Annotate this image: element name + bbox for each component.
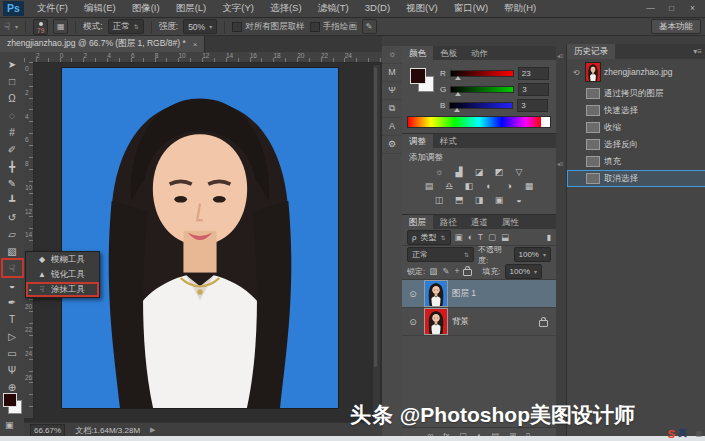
panel-collapse-handle[interactable]: ◂≡ — [557, 52, 565, 59]
history-step-4[interactable]: 选择反向 — [567, 136, 705, 153]
layer-comps-dock-icon[interactable]: ⧉ — [382, 100, 402, 118]
gradient-tool[interactable]: ▧ — [0, 243, 24, 260]
menu-item-5[interactable]: 选择(S) — [262, 2, 310, 13]
pen-tool[interactable]: ✒ — [0, 294, 24, 311]
red-slider[interactable] — [450, 70, 514, 77]
filter-shape-layers-icon[interactable]: ▢ — [488, 232, 496, 242]
history-step-1[interactable]: 通过拷贝的图层 — [567, 85, 705, 102]
ime-keyboard-icon[interactable]: ▦ — [695, 430, 702, 438]
menu-item-4[interactable]: 文字(Y) — [214, 2, 262, 13]
flyout-item-sharpen-tool[interactable]: ▲ 锐化工具 — [26, 267, 99, 282]
mode-select[interactable]: 正常 ⇅ — [108, 19, 144, 34]
panel-menu-icon[interactable]: ▾≡ — [693, 44, 705, 59]
filter-pixel-layers-icon[interactable]: ▣ — [455, 232, 463, 242]
history-source-well[interactable]: ⟲ — [570, 68, 582, 77]
info-dock-icon[interactable]: Ψ — [382, 82, 402, 100]
red-value-field[interactable]: 23 — [518, 67, 549, 80]
close-tab-icon[interactable]: × — [193, 40, 198, 49]
blue-slider[interactable] — [449, 102, 513, 109]
lock-position-icon[interactable]: + — [454, 266, 459, 276]
ime-extra-icon[interactable]: · — [690, 430, 692, 437]
foreground-color-swatch[interactable] — [3, 393, 17, 407]
tab-properties[interactable]: 属性 — [495, 215, 526, 229]
brightness-contrast-icon[interactable]: ☼ — [433, 167, 446, 178]
posterize-icon[interactable]: ⬒ — [453, 195, 466, 206]
document-image[interactable] — [62, 68, 338, 408]
tab-layers[interactable]: 图层 — [402, 215, 433, 229]
lock-transparency-icon[interactable]: ▨ — [429, 266, 437, 276]
tab-adjustments[interactable]: 调整 — [402, 134, 433, 148]
blend-mode-select[interactable]: 正常 ⇅ — [407, 247, 474, 262]
panel-collapse-handle[interactable]: ◂≡ — [557, 160, 565, 167]
flyout-item-smudge-tool[interactable]: ▪ ☟ 涂抹工具 — [26, 282, 99, 297]
layer-row-0[interactable]: ⊙ 图层 1 — [402, 280, 556, 308]
opacity-field[interactable]: 100% ▾ — [514, 247, 551, 262]
ime-mode-label[interactable]: 英 — [678, 427, 687, 440]
sogou-icon[interactable]: S — [668, 428, 675, 440]
channel-mixer-icon[interactable]: ◑ — [503, 181, 516, 192]
filter-adjustment-layers-icon[interactable]: ◐ — [468, 232, 473, 242]
history-step-6[interactable]: 取消选择 — [567, 170, 705, 187]
curves-icon[interactable]: ◪ — [473, 167, 486, 178]
history-step-2[interactable]: 快速选择 — [567, 102, 705, 119]
filter-smart-objects-icon[interactable]: ⬓ — [501, 232, 509, 242]
maximize-button[interactable]: □ — [661, 1, 682, 16]
strength-select[interactable]: 50% ▾ — [183, 19, 217, 34]
hand-tool[interactable]: Ψ — [0, 362, 24, 379]
visibility-eye-icon[interactable]: ⊙ — [406, 289, 420, 299]
dodge-tool[interactable]: ◒ — [0, 277, 24, 294]
exposure-icon[interactable]: ◩ — [493, 167, 506, 178]
clone-stamp-tool[interactable]: ┻ — [0, 192, 24, 209]
brush-tool[interactable]: ✎ — [0, 175, 24, 192]
healing-brush-tool[interactable]: ╋ — [0, 158, 24, 175]
move-tool[interactable]: ➤ — [0, 56, 24, 73]
color-swatches[interactable] — [410, 68, 434, 92]
tablet-pressure-button[interactable]: ✎ — [362, 19, 377, 34]
fill-field[interactable]: 100% ▾ — [505, 264, 542, 279]
history-step-3[interactable]: 收缩 — [567, 119, 705, 136]
zoom-level-field[interactable]: 66.67% — [30, 424, 65, 437]
history-brush-tool[interactable]: ↺ — [0, 209, 24, 226]
filter-type-layers-icon[interactable]: T — [478, 232, 483, 242]
status-expand-icon[interactable]: ▶ — [150, 426, 155, 434]
minimize-button[interactable]: — — [640, 1, 661, 16]
document-tab[interactable]: zhengjianzhao.jpg @ 66.7% (图层 1, RGB/8#)… — [0, 36, 205, 52]
quick-selection-tool[interactable]: ◌ — [0, 107, 24, 124]
tool-presets-dock-icon[interactable]: ⚙ — [382, 136, 402, 154]
color-balance-icon[interactable]: ♎ — [443, 181, 456, 192]
eyedropper-tool[interactable]: ✐ — [0, 141, 24, 158]
tab-actions[interactable]: 动作 — [464, 46, 495, 60]
history-step-5[interactable]: 填充 — [567, 153, 705, 170]
filter-toggle-icon[interactable]: ▮ — [547, 233, 551, 242]
menu-item-0[interactable]: 文件(F) — [29, 2, 76, 13]
visibility-eye-icon[interactable]: ⊙ — [406, 317, 420, 327]
vertical-scrollbar[interactable] — [372, 64, 381, 418]
invert-icon[interactable]: ◫ — [433, 195, 446, 206]
tool-preset-arrow[interactable]: ▾ — [15, 23, 18, 30]
hue-saturation-icon[interactable]: ▤ — [423, 181, 436, 192]
layer-row-1[interactable]: ⊙ 背景 — [402, 308, 556, 336]
color-spectrum-ramp[interactable] — [407, 116, 551, 128]
lock-all-icon[interactable] — [463, 269, 472, 276]
history-step-0[interactable]: ⟲ zhengjianzhao.jpg — [567, 59, 705, 85]
lasso-tool[interactable]: Ω — [0, 90, 24, 107]
menu-item-8[interactable]: 视图(V) — [398, 2, 446, 13]
menu-item-7[interactable]: 3D(D) — [357, 2, 398, 13]
tab-channels[interactable]: 通道 — [464, 215, 495, 229]
glyphs-dock-icon[interactable]: A — [382, 118, 402, 136]
tab-paths[interactable]: 路径 — [433, 215, 464, 229]
blue-value-field[interactable]: 3 — [517, 99, 548, 112]
gradient-map-icon[interactable]: ▣ — [493, 195, 506, 206]
histogram-dock-icon[interactable]: M — [382, 64, 402, 82]
photo-filter-icon[interactable]: ◐ — [483, 181, 496, 192]
marquee-tool[interactable]: □ — [0, 73, 24, 90]
finger-paint-checkbox[interactable]: 手指绘画 — [310, 21, 357, 33]
green-slider[interactable] — [450, 86, 514, 93]
menu-item-10[interactable]: 帮助(H) — [496, 2, 544, 13]
brush-preset-picker[interactable]: 79 — [33, 19, 48, 35]
menu-item-9[interactable]: 窗口(W) — [446, 2, 496, 13]
toggle-brush-panel-button[interactable]: ▦ — [53, 19, 68, 34]
path-selection-tool[interactable]: ▷ — [0, 328, 24, 345]
type-tool[interactable]: T — [0, 311, 24, 328]
green-value-field[interactable]: 3 — [518, 83, 549, 96]
